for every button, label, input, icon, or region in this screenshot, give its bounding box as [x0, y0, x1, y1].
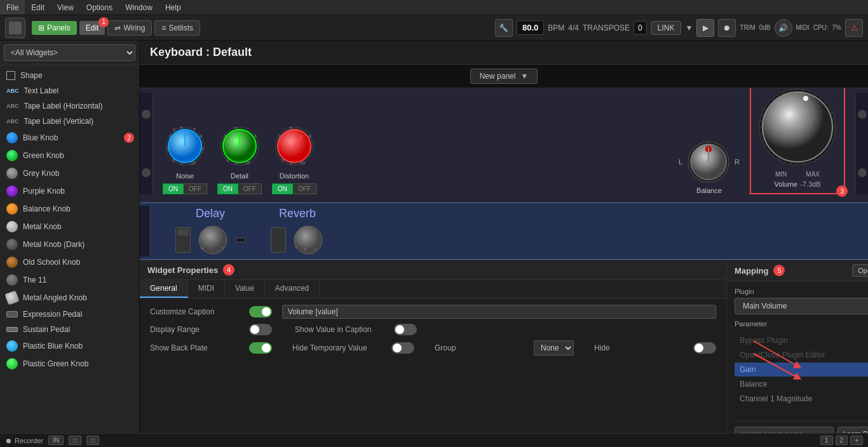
blue-knob-icon — [6, 132, 18, 143]
volume-knob-svg[interactable] — [756, 88, 839, 168]
dropdown-arrow[interactable]: ▼ — [685, 23, 693, 32]
balance-l-label: L — [679, 158, 682, 166]
sidebar-item-metal-dark-knob[interactable]: Metal Knob (Dark) — [0, 236, 139, 253]
tab-general[interactable]: General — [140, 280, 188, 298]
reverb-knob-svg[interactable]: 3 5 7 — [292, 224, 324, 256]
distortion-knob-svg[interactable]: 0 5 10 2 8 5 — [272, 124, 316, 168]
midi-btn[interactable]: □ — [86, 436, 99, 445]
detail-knob-svg[interactable]: 0 5 10 2 8 5 — [217, 124, 262, 168]
balance-knob-container[interactable] — [686, 140, 731, 184]
sidebar-item-old-school-knob[interactable]: Old School Knob — [0, 253, 139, 271]
sidebar-item-angled-knob[interactable]: Metal Angled Knob — [0, 289, 139, 307]
sidebar-item-grey-knob[interactable]: Grey Knob — [0, 164, 139, 182]
layout-btn-3[interactable]: + — [850, 436, 863, 445]
recorder-button[interactable]: ⏺ Recorder — [5, 437, 43, 444]
link-button[interactable]: LINK — [651, 21, 682, 35]
sidebar-label-text: Text Label — [24, 86, 59, 95]
menu-options[interactable]: Options — [80, 0, 119, 15]
distortion-label: Distortion — [280, 172, 309, 180]
sidebar-item-balance-knob[interactable]: Balance Knob — [0, 200, 139, 218]
tab-midi[interactable]: MIDI — [188, 280, 225, 298]
plugin-select[interactable]: Main Volume — [735, 298, 868, 314]
props-badge: 4 — [223, 264, 234, 276]
sidebar-item-plastic-blue-knob[interactable]: Plastic Blue Knob — [0, 337, 139, 355]
input-btn[interactable]: IN — [48, 436, 64, 445]
hide-toggle[interactable] — [693, 342, 716, 354]
sidebar-item-the-11[interactable]: The 11 — [0, 271, 139, 289]
tab-advanced[interactable]: Advanced — [265, 280, 320, 298]
mapping-header: Mapping 5 Open plugin — [727, 260, 868, 281]
sidebar-item-shape[interactable]: Shape — [0, 68, 139, 83]
menu-help[interactable]: Help — [159, 0, 187, 15]
panel-left-strip — [140, 93, 153, 194]
distortion-on-btn[interactable]: ON — [272, 183, 293, 194]
old-school-knob-icon — [6, 257, 18, 268]
hide-temp-value-toggle[interactable] — [391, 342, 414, 354]
detail-off-btn[interactable]: OFF — [238, 183, 262, 194]
new-panel-button[interactable]: New panel ▼ — [470, 69, 538, 84]
sidebar-item-expression-pedal[interactable]: Expression Pedal — [0, 307, 139, 322]
svg-text:2: 2 — [169, 134, 172, 138]
bpm-display[interactable]: 80.0 — [517, 20, 544, 35]
menu-window[interactable]: Window — [119, 0, 159, 15]
distortion-off-btn[interactable]: OFF — [293, 183, 316, 194]
setlists-button[interactable]: ≡ Setlists — [154, 20, 200, 36]
reverb-title: Reverb — [271, 207, 324, 220]
menu-file[interactable]: File — [0, 0, 25, 15]
sidebar-label-tape-v: Tape Label (Vertical) — [24, 117, 93, 126]
menu-edit[interactable]: Edit — [25, 0, 51, 15]
recorder-label: Recorder — [15, 437, 43, 444]
menu-view[interactable]: View — [51, 0, 80, 15]
customize-caption-toggle[interactable] — [249, 306, 272, 317]
wiring-button[interactable]: ⇌ Wiring — [107, 20, 152, 36]
output-btn[interactable]: □ — [69, 436, 81, 445]
app-logo — [5, 18, 25, 38]
alert-icon[interactable]: ⚠ — [845, 19, 863, 37]
volume-knob-icon[interactable]: 🔊 — [775, 19, 792, 37]
show-back-plate-toggle[interactable] — [249, 342, 272, 354]
props-title: Widget Properties — [147, 265, 218, 275]
sidebar-label-metal-dark-knob: Metal Knob (Dark) — [23, 240, 85, 249]
show-value-caption-toggle[interactable] — [394, 324, 417, 335]
delay-toggle-widget[interactable] — [175, 227, 191, 253]
panels-button[interactable]: ⊞ Panels — [32, 21, 77, 35]
sidebar-item-green-knob[interactable]: Green Knob — [0, 147, 139, 164]
detail-on-btn[interactable]: ON — [217, 183, 238, 194]
play-button[interactable]: ▶ — [696, 19, 714, 37]
wrench-icon[interactable]: 🔧 — [495, 19, 513, 37]
sidebar-item-sustain-pedal[interactable]: Sustain Pedal — [0, 322, 139, 337]
widget-type-dropdown[interactable]: <All Widgets> — [4, 44, 135, 61]
display-range-toggle[interactable] — [249, 324, 272, 335]
tab-value[interactable]: Value — [225, 280, 265, 298]
transpose-value[interactable]: 0 — [634, 21, 647, 35]
edit-button[interactable]: Edit 1 — [79, 21, 105, 35]
volume-max-label: MAX — [806, 171, 820, 178]
group-select[interactable]: None — [534, 340, 574, 356]
volume-section: MIN MAX Volume -7.3dB 3 — [750, 88, 845, 194]
sidebar-item-plastic-green-knob[interactable]: Plastic Green Knob — [0, 355, 139, 373]
new-panel-dropdown-arrow[interactable]: ▼ — [520, 72, 528, 81]
delay-knob-svg[interactable]: A • T — [197, 224, 229, 256]
layout-btn-1[interactable]: 1 — [820, 436, 833, 445]
noise-knob-svg[interactable]: 0 5 10 2 8 5 1 9 3 7 — [163, 124, 207, 168]
svg-text:10: 10 — [191, 161, 196, 165]
reverb-toggle-widget[interactable] — [271, 227, 286, 253]
main-layout: <All Widgets> Shape ABC Text Label ABC T… — [0, 41, 868, 447]
noise-on-btn[interactable]: ON — [163, 183, 184, 194]
sidebar-item-purple-knob[interactable]: Purple Knob — [0, 182, 139, 200]
sidebar-item-metal-knob[interactable]: Metal Knob — [0, 218, 139, 236]
layout-btn-2[interactable]: 2 — [836, 436, 848, 445]
delay-extra-toggle[interactable] — [235, 237, 245, 243]
noise-toggle: ON OFF — [163, 183, 207, 194]
param-channel-1-magnitude[interactable]: Channel 1 Magnitude — [735, 392, 868, 406]
noise-off-btn[interactable]: OFF — [184, 183, 207, 194]
open-plugin-button[interactable]: Open plugin — [852, 264, 868, 277]
sidebar-item-tape-h[interactable]: ABC Tape Label (Horizontal) — [0, 98, 139, 114]
effects-left-strip — [140, 206, 150, 257]
layout-buttons: 1 2 + — [820, 436, 863, 445]
sidebar-item-tape-v[interactable]: ABC Tape Label (Vertical) — [0, 114, 139, 129]
sidebar-item-blue-knob[interactable]: Blue Knob 2 — [0, 129, 139, 147]
sidebar-item-text-label[interactable]: ABC Text Label — [0, 83, 139, 98]
customize-caption-input[interactable] — [282, 305, 716, 319]
record-icon[interactable]: ⏺ — [718, 19, 736, 37]
